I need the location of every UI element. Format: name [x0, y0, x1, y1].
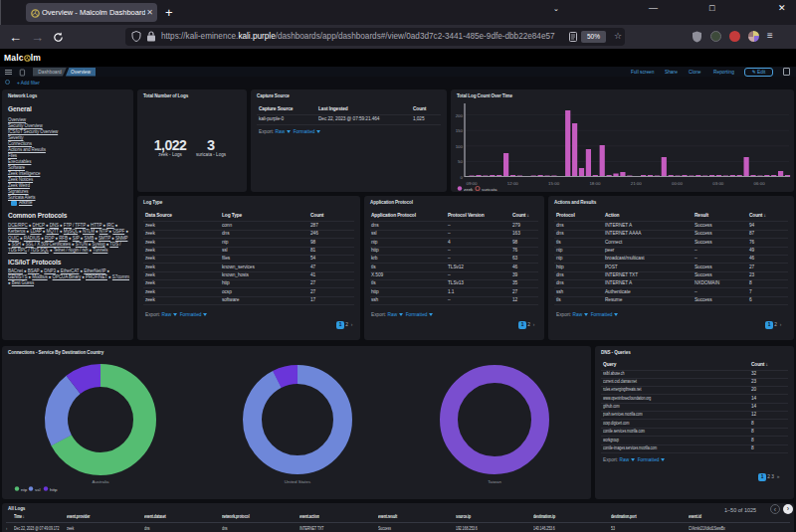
svg-text:00:00: 00:00	[672, 181, 684, 186]
svg-text:suricata: suricata	[482, 187, 498, 192]
svg-text:12:00: 12:00	[507, 181, 519, 186]
svg-text:100: 100	[456, 144, 464, 149]
svg-text:Taiwan: Taiwan	[488, 479, 501, 484]
svg-text:18:00: 18:00	[589, 181, 601, 186]
svg-text:50: 50	[458, 159, 463, 164]
svg-text:06:00: 06:00	[754, 181, 766, 186]
svg-text:ssl: ssl	[35, 487, 40, 492]
svg-text:United States: United States	[285, 479, 311, 484]
svg-text:zeek: zeek	[464, 187, 474, 192]
svg-text:15:00: 15:00	[548, 181, 560, 186]
svg-text:ntp: ntp	[21, 487, 28, 492]
svg-text:21:00: 21:00	[631, 181, 643, 186]
svg-text:150: 150	[456, 128, 464, 133]
svg-text:03:00: 03:00	[712, 181, 724, 186]
svg-text:200: 200	[456, 113, 464, 118]
svg-text:Australia: Australia	[92, 479, 109, 484]
svg-text:09:00: 09:00	[467, 181, 479, 186]
svg-text:0: 0	[461, 175, 464, 180]
svg-text:http: http	[50, 487, 58, 492]
